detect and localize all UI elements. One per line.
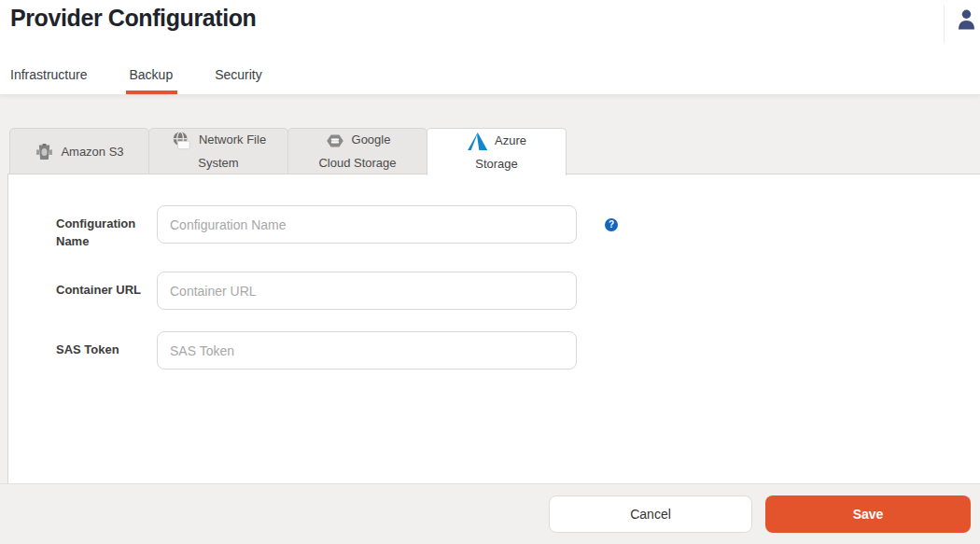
provider-tab-content: Google Cloud Storage: [318, 128, 396, 174]
provider-tab-label: Google: [352, 133, 391, 146]
page-title: Provider Configuration: [10, 5, 256, 32]
header-divider: [944, 5, 945, 43]
azure-storage-form: Configuration Name ? Container URL SAS T…: [8, 174, 980, 370]
provider-tab-google-cloud-storage[interactable]: Google Cloud Storage: [287, 128, 427, 174]
provider-tab-label: Network File: [199, 133, 266, 146]
provider-tab-content: Network File System: [171, 128, 266, 174]
form-row-configuration-name: Configuration Name ?: [56, 205, 980, 250]
provider-tab-label-line2: Cloud Storage: [318, 151, 396, 174]
azure-storage-icon: [467, 132, 488, 151]
nav-tab-infrastructure[interactable]: Infrastructure: [10, 67, 87, 91]
configuration-name-label: Configuration Name: [56, 205, 157, 250]
provider-tab-azure-storage[interactable]: Azure Storage: [427, 128, 567, 175]
provider-tab-amazon-s3[interactable]: Amazon S3: [9, 128, 149, 174]
provider-tab-label-line2: System: [171, 151, 266, 174]
nav-tab-security[interactable]: Security: [215, 67, 262, 91]
google-cloud-storage-icon: [325, 131, 345, 151]
container-url-label: Container URL: [56, 272, 157, 299]
user-account-icon[interactable]: [958, 9, 975, 30]
provider-tab-content: Azure Storage: [467, 129, 526, 175]
action-footer: Cancel Save: [0, 483, 980, 544]
provider-tab-content: Amazon S3: [35, 140, 123, 163]
sas-token-label: SAS Token: [56, 331, 157, 358]
form-row-container-url: Container URL: [56, 272, 980, 310]
form-row-sas-token: SAS Token: [56, 331, 980, 370]
cancel-button[interactable]: Cancel: [549, 495, 752, 533]
provider-tab-network-file-system[interactable]: Network File System: [148, 128, 288, 174]
provider-tab-bar: Amazon S3 Network File System: [9, 128, 567, 175]
container-url-input[interactable]: [157, 272, 577, 310]
network-file-system-icon: [171, 131, 192, 151]
nav-tab-label: Backup: [129, 67, 173, 82]
provider-tab-label-line2: Storage: [467, 152, 526, 175]
save-button[interactable]: Save: [765, 495, 971, 533]
main-nav: Infrastructure Backup Security: [10, 67, 262, 91]
provider-config-panel: Configuration Name ? Container URL SAS T…: [7, 174, 980, 483]
help-icon[interactable]: ?: [605, 218, 618, 231]
amazon-s3-icon: [35, 142, 54, 162]
sas-token-input[interactable]: [157, 331, 577, 370]
active-tab-underline: [126, 91, 177, 94]
configuration-name-input[interactable]: [157, 205, 577, 244]
nav-tab-label: Security: [215, 67, 262, 82]
provider-tab-label: Amazon S3: [61, 145, 123, 159]
provider-tab-label: Azure: [495, 133, 526, 147]
nav-tab-backup[interactable]: Backup: [129, 67, 173, 91]
page-header: Provider Configuration Infrastructure Ba…: [0, 0, 980, 95]
nav-tab-label: Infrastructure: [10, 67, 87, 82]
